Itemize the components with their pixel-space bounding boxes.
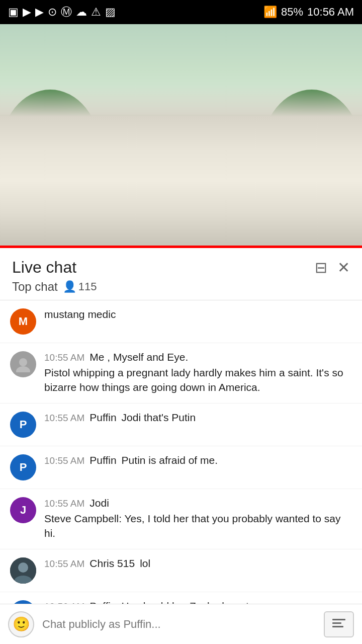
send-button[interactable] [324,611,354,637]
play2-icon: ▶ [35,6,44,19]
message-time: 10:55 AM [44,498,84,509]
svg-rect-9 [332,622,341,624]
svg-point-1 [16,366,30,372]
top-chat-label[interactable]: Top chat [12,280,58,294]
message-author: Puffin [89,454,116,466]
message-time: 10:55 AM [44,413,84,424]
message-content: 10:55 AM Puffin Putin is afraid of me. [44,454,352,468]
message-text: Steve Campbell: Yes, I told her that you… [44,511,352,541]
time-text: 10:56 AM [307,6,354,19]
message-author: mustang medic [44,308,116,320]
avatar: P [10,454,36,480]
warning-icon: ⚠ [91,6,101,19]
message-content: 10:55 AM Puffin Jodi that's Putin [44,412,352,426]
viewer-count: 👤 115 [63,280,97,293]
viewer-count-number: 115 [78,280,97,293]
avatar: J [10,497,36,523]
message-content: 10:55 AM Jodi Steve Campbell: Yes, I tol… [44,497,352,541]
circle-icon: ⊙ [48,6,57,19]
filter-icon[interactable]: ⊟ [315,259,327,276]
message-content: 10:55 AM Chris 515 lol [44,557,352,572]
play-icon: ▶ [23,6,31,19]
cloud-icon: ☁ [76,6,87,19]
status-bar: ▣ ▶ ▶ ⊙ Ⓜ ☁ ⚠ ▨ 📶 85% 10:56 AM [0,0,362,24]
emoji-button[interactable]: 🙂 [8,611,34,637]
svg-rect-8 [332,619,345,620]
message-time: 10:55 AM [44,455,84,466]
message-author: Me , Myself and Eye. [89,351,188,363]
message-time: 10:55 AM [44,558,84,570]
list-item: J 10:55 AM Jodi Steve Campbell: Yes, I t… [0,489,362,549]
chat-messages-list: M mustang medic 10:55 AM Me , Myself and… [0,300,362,644]
m-icon: Ⓜ [61,5,72,20]
svg-point-0 [19,358,27,366]
list-item: 10:55 AM Chris 515 lol [0,549,362,592]
status-left-icons: ▣ ▶ ▶ ⊙ Ⓜ ☁ ⚠ ▨ [8,5,116,20]
wifi-icon: 📶 [263,6,277,19]
message-content: 10:55 AM Me , Myself and Eye. Pistol whi… [44,351,352,395]
message-text: Putin is afraid of me. [122,454,218,466]
svg-point-3 [18,562,28,573]
chat-input[interactable] [42,611,316,637]
file-icon: ▣ [8,6,19,19]
message-text: Jodi that's Putin [122,412,196,424]
message-time: 10:55 AM [44,352,84,363]
status-right-info: 📶 85% 10:56 AM [263,6,354,19]
message-text: Pistol whipping a pregnant lady hardly m… [44,365,352,395]
list-item: 10:55 AM Me , Myself and Eye. Pistol whi… [0,343,362,404]
avatar: P [10,412,36,438]
avatar [10,557,36,584]
message-author: Chris 515 [89,557,135,570]
svg-rect-10 [332,626,343,627]
chat-input-bar: 🙂 [0,604,362,644]
video-thumbnail[interactable] [0,24,362,246]
message-text: lol [140,557,150,570]
list-item: P 10:55 AM Puffin Jodi that's Putin [0,404,362,446]
close-icon[interactable]: ✕ [337,259,350,276]
message-author: Jodi [89,497,109,509]
live-chat-title: Live chat [12,258,76,277]
list-item: M mustang medic [0,300,362,343]
message-content: mustang medic [44,308,352,323]
list-item: P 10:55 AM Puffin Putin is afraid of me. [0,446,362,489]
message-author: Puffin [89,412,116,424]
chat-header: Live chat ⊟ ✕ Top chat 👤 115 [0,248,362,300]
person-icon: 👤 [63,280,76,293]
avatar: M [10,308,36,335]
image-icon: ▨ [105,6,116,19]
avatar [10,351,36,377]
battery-text: 85% [281,6,303,19]
video-building [0,85,362,246]
